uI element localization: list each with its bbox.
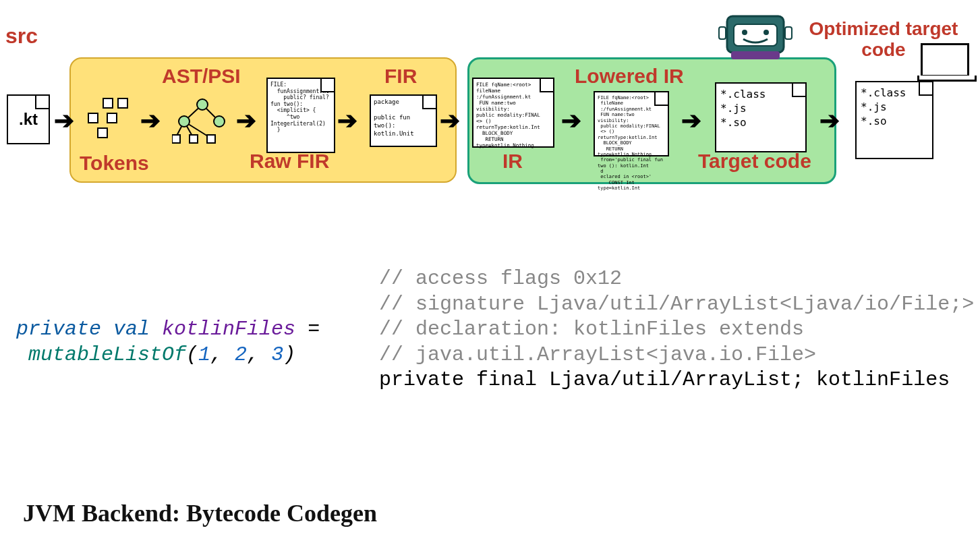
tokens-icon xyxy=(88,98,132,138)
bytecode-l1: // access flags 0x12 xyxy=(379,267,622,290)
kotlin-eq: = xyxy=(295,318,320,341)
kotlin-name: kotlinFiles xyxy=(162,318,295,341)
file-fold-icon xyxy=(35,96,49,109)
file-optimized: *.class *.js *.so xyxy=(855,81,933,159)
file-kt-text: .kt xyxy=(19,110,38,129)
kotlin-num3: 3 xyxy=(271,343,283,366)
label-ir: IR xyxy=(502,150,523,173)
bytecode-l2: // signature Ljava/util/ArrayList<Ljava/… xyxy=(379,293,974,316)
svg-rect-16 xyxy=(785,27,792,39)
arrow-icon: ➔ xyxy=(54,107,74,135)
svg-rect-9 xyxy=(190,135,198,143)
file-rawfir: FILE: funAssignment.kt public? final? fu… xyxy=(266,78,335,153)
file-fold-icon xyxy=(919,82,932,96)
svg-rect-8 xyxy=(172,135,180,143)
kotlin-fn: mutableListOf xyxy=(28,343,186,366)
label-lowered: Lowered IR xyxy=(575,65,684,88)
bytecode-l3: // declaration: kotlinFiles extends xyxy=(379,318,804,341)
label-src: src xyxy=(5,24,38,49)
arrow-icon: ➔ xyxy=(440,107,460,135)
arrow-icon: ➔ xyxy=(561,107,581,135)
label-tokens: Tokens xyxy=(80,152,149,175)
file-target: *.class *.js *.so xyxy=(715,82,807,152)
kotlin-code: private val kotlinFiles = mutableListOf(… xyxy=(16,317,320,368)
file-kt: .kt xyxy=(7,94,50,144)
svg-rect-10 xyxy=(207,135,215,143)
svg-point-13 xyxy=(742,30,747,35)
arrow-icon: ➔ xyxy=(236,107,256,135)
arrow-icon: ➔ xyxy=(819,107,840,135)
svg-point-7 xyxy=(214,116,225,127)
bytecode-l4: // java.util.ArrayList<java.io.File> xyxy=(379,343,816,366)
arrow-icon: ➔ xyxy=(337,107,357,135)
bytecode-code: // access flags 0x12 // signature Ljava/… xyxy=(379,266,974,393)
file-fir: package public fun two(): kotlin.Unit xyxy=(370,94,437,147)
kotlin-kw-val: val xyxy=(113,318,150,341)
file-fold-icon xyxy=(320,79,334,92)
ast-tree-icon xyxy=(172,98,233,148)
file-fold-icon xyxy=(792,84,805,97)
file-fold-icon xyxy=(422,96,436,109)
file-fold-icon xyxy=(540,79,553,92)
label-target: Target code xyxy=(698,150,811,173)
robot-icon xyxy=(715,12,796,61)
svg-rect-17 xyxy=(731,51,780,59)
label-ast: AST/PSI xyxy=(162,65,241,88)
kotlin-comma2: , xyxy=(247,343,271,366)
svg-rect-15 xyxy=(719,27,726,39)
label-fir: FIR xyxy=(384,65,417,88)
svg-point-5 xyxy=(197,99,208,110)
svg-point-14 xyxy=(763,30,769,35)
lowered-content: FILE fqName:<root> fileName :/funAssignm… xyxy=(598,95,665,192)
target-content: *.class *.js *.so xyxy=(720,88,801,129)
kotlin-num1: 1 xyxy=(198,343,210,366)
arrow-icon: ➔ xyxy=(681,107,701,135)
kotlin-comma1: , xyxy=(210,343,235,366)
laptop-icon xyxy=(921,43,969,77)
slide-title: JVM Backend: Bytecode Codegen xyxy=(23,499,377,527)
file-lowered: FILE fqName:<root> fileName :/funAssignm… xyxy=(594,91,669,156)
bytecode-l5: private final Ljava/util/ArrayList; kotl… xyxy=(379,368,950,391)
kotlin-paren-open: ( xyxy=(186,343,198,366)
file-fold-icon xyxy=(654,92,668,106)
label-rawfir: Raw FIR xyxy=(250,150,329,173)
kotlin-num2: 2 xyxy=(235,343,247,366)
arrow-icon: ➔ xyxy=(140,107,161,135)
svg-point-6 xyxy=(179,116,190,127)
kotlin-kw-private: private xyxy=(16,318,101,341)
file-ir: FILE fqName:<root> fileName :/funAssignm… xyxy=(472,78,554,148)
optimized-content: *.class *.js *.so xyxy=(861,86,928,128)
kotlin-paren-close: ) xyxy=(283,343,295,366)
